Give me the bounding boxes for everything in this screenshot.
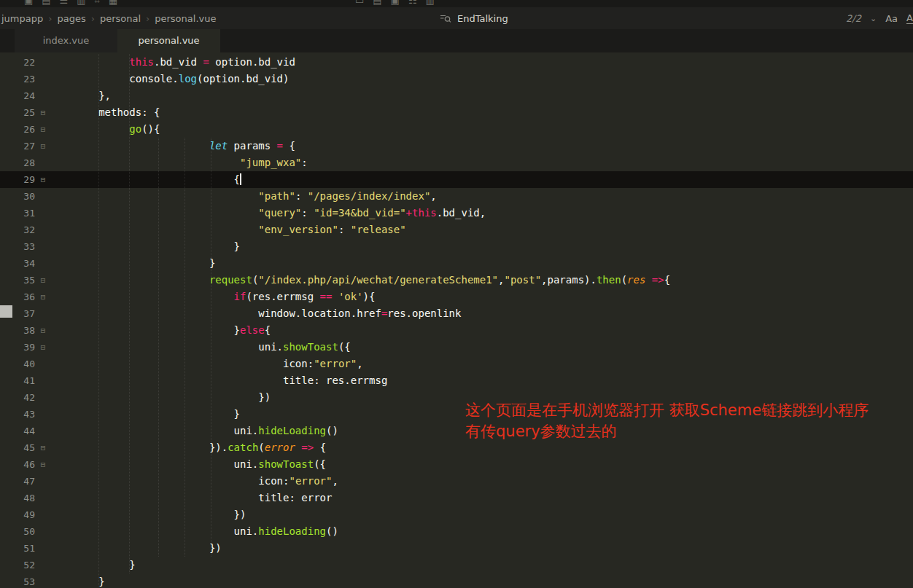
line-number: 28: [0, 154, 35, 171]
line-number: 49: [0, 506, 35, 523]
code-line-46[interactable]: 46⊟ uni.showToast({: [0, 456, 913, 473]
fold-toggle-icon[interactable]: ⊟: [35, 121, 51, 138]
code-line-35[interactable]: 35⊟ request("/index.php/api/wechat/gener…: [0, 272, 913, 289]
code-text: title: error: [51, 490, 332, 506]
breadcrumb-item[interactable]: jumpapp: [1, 13, 43, 24]
toolbar-icon[interactable]: ☰: [60, 0, 69, 7]
code-line-22[interactable]: 22 this.bd_vid = option.bd_vid: [0, 54, 913, 71]
code-text: }).catch(error => {: [51, 439, 326, 456]
line-number: 46: [0, 456, 35, 473]
editor[interactable]: 22 this.bd_vid = option.bd_vid23 console…: [0, 52, 913, 588]
code-line-24[interactable]: 24 },: [0, 87, 913, 104]
code-token: showToast: [283, 341, 338, 353]
search-query[interactable]: EndTalking: [457, 13, 508, 24]
code-text: console.log(option.bd_vid): [51, 71, 289, 87]
code-line-42[interactable]: 42 }): [0, 389, 913, 406]
fold-spacer: [35, 154, 51, 171]
toolbar-icon[interactable]: ⌗: [95, 0, 100, 7]
breadcrumb-item[interactable]: pages: [57, 13, 85, 24]
code-line-27[interactable]: 27⊟ let params = {: [0, 138, 913, 154]
fold-toggle-icon[interactable]: ⊟: [35, 104, 51, 121]
code-token: (){: [141, 123, 160, 135]
code-line-37[interactable]: 37 window.location.href=res.openlink: [0, 305, 913, 322]
fold-toggle-icon[interactable]: ⊟: [35, 171, 51, 188]
code-line-29[interactable]: 29⊟ {: [0, 171, 913, 188]
toolbar-icon[interactable]: ▥: [77, 0, 85, 7]
code-line-39[interactable]: 39⊟ uni.showToast({: [0, 339, 913, 356]
code-line-44[interactable]: 44 uni.hideLoading(): [0, 423, 913, 439]
code-token: ({: [314, 458, 326, 470]
fold-toggle-icon[interactable]: ⊟: [35, 322, 51, 339]
fold-toggle-icon[interactable]: ⊟: [35, 339, 51, 356]
code-line-47[interactable]: 47 icon:"error",: [0, 473, 913, 490]
code-token: else: [240, 324, 265, 336]
code-line-51[interactable]: 51 }): [0, 540, 913, 557]
code-token: request: [209, 274, 252, 286]
code-line-30[interactable]: 30 "path": "/pages/index/index",: [0, 188, 913, 205]
code-text: "jump_wxa":: [51, 154, 308, 171]
code-text: uni.hideLoading(): [51, 523, 338, 540]
line-number: 41: [0, 372, 35, 389]
code-text: uni.showToast({: [51, 456, 326, 473]
line-number: 47: [0, 473, 35, 490]
code-line-38[interactable]: 38⊟ }else{: [0, 322, 913, 339]
breadcrumb-item[interactable]: personal.vue: [155, 13, 216, 24]
tab-personal-vue[interactable]: personal.vue: [117, 29, 220, 52]
code-line-41[interactable]: 41 title: res.errmsg: [0, 372, 913, 389]
code-text: }): [51, 540, 222, 557]
fold-toggle-icon[interactable]: ⊟: [35, 439, 51, 456]
code-line-53[interactable]: 53 }: [0, 573, 913, 588]
code-text: go(){: [51, 121, 160, 138]
tab-index-vue[interactable]: index.vue: [15, 29, 117, 52]
code-line-40[interactable]: 40 icon:"error",: [0, 356, 913, 372]
code-line-48[interactable]: 48 title: error: [0, 490, 913, 506]
toolbar-icon[interactable]: ☷: [408, 0, 417, 6]
code-token: "/index.php/api/wechat/generateScheme1": [258, 274, 498, 286]
code-token: then: [597, 274, 621, 286]
code-token: }): [209, 542, 222, 554]
breadcrumb-item[interactable]: personal: [100, 13, 141, 24]
code-line-25[interactable]: 25⊟ methods: {: [0, 104, 913, 121]
code-token: .bd_vid,: [437, 207, 486, 219]
toolbar-strip: ▣▤☰▥⌗▦ ▭▤▣☷▥: [0, 0, 913, 7]
code-line-52[interactable]: 52 }: [0, 557, 913, 573]
toolbar-icon[interactable]: ▥: [426, 0, 435, 6]
chevron-down-icon[interactable]: ⌄: [870, 14, 877, 23]
fold-spacer: [35, 188, 51, 205]
code-line-36[interactable]: 36⊟ if(res.errmsg == 'ok'){: [0, 289, 913, 305]
code-token: ,: [332, 475, 338, 487]
code-line-33[interactable]: 33 }: [0, 238, 913, 255]
fold-toggle-icon[interactable]: ⊟: [35, 272, 51, 289]
toolbar-icon[interactable]: ▣: [24, 0, 33, 7]
fold-toggle-icon[interactable]: ⊟: [35, 138, 51, 154]
code-token: ({: [338, 341, 351, 353]
code-line-49[interactable]: 49 }): [0, 506, 913, 523]
toolbar-icon[interactable]: ▭: [355, 0, 364, 6]
fold-toggle-icon[interactable]: ⊟: [35, 289, 51, 305]
code-line-43[interactable]: 43 }: [0, 406, 913, 423]
code-line-34[interactable]: 34 }: [0, 255, 913, 272]
code-token: }: [234, 324, 240, 336]
code-line-45[interactable]: 45⊟ }).catch(error => {: [0, 439, 913, 456]
fold-toggle-icon[interactable]: ⊟: [35, 456, 51, 473]
toolbar-icon[interactable]: ▣: [391, 0, 400, 6]
code-token: console.: [129, 73, 178, 85]
search-filter-icon[interactable]: [440, 12, 451, 24]
match-case-button[interactable]: Aa: [885, 13, 898, 24]
line-number: 52: [0, 557, 35, 573]
whole-word-button[interactable]: Ab: [906, 12, 913, 24]
code-line-31[interactable]: 31 "query": "id=34&bd_vid="+this.bd_vid,: [0, 205, 913, 222]
text-cursor: [240, 173, 241, 185]
toolbar-icon[interactable]: ▤: [373, 0, 381, 6]
code-line-26[interactable]: 26⊟ go(){: [0, 121, 913, 138]
code-text: }: [51, 406, 240, 423]
toolbar-icon[interactable]: ▤: [42, 0, 50, 7]
line-number: 53: [0, 573, 35, 588]
code-line-23[interactable]: 23 console.log(option.bd_vid): [0, 71, 913, 87]
code-text: "env_version": "release": [51, 222, 406, 238]
code-line-50[interactable]: 50 uni.hideLoading(): [0, 523, 913, 540]
code-line-32[interactable]: 32 "env_version": "release": [0, 222, 913, 238]
code-line-28[interactable]: 28 "jump_wxa":: [0, 154, 913, 171]
toolbar-icon[interactable]: ▦: [109, 0, 117, 7]
code-token: "release": [351, 224, 406, 235]
